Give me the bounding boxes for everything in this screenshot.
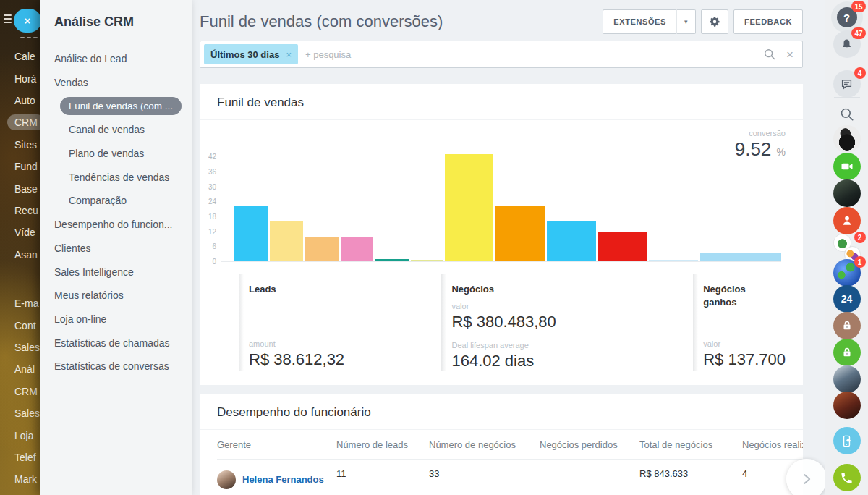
sidebar-item[interactable]: Asan bbox=[14, 244, 40, 266]
mobile-app-button[interactable] bbox=[833, 427, 861, 454]
conversion-label: conversão bbox=[735, 129, 786, 138]
stat-metric-label: valor bbox=[451, 302, 693, 310]
sidebar-item[interactable]: Telef bbox=[14, 447, 40, 468]
funnel-card-header: Funil de vendas bbox=[200, 84, 803, 120]
sidebar-item[interactable]: Cale bbox=[14, 46, 40, 67]
sidebar-item[interactable]: Anál bbox=[14, 358, 40, 380]
app-sidebar: × CaleHoráAutoCRMSitesFundBaseRecuVídeAs… bbox=[0, 0, 40, 495]
chat-avatar-logo[interactable] bbox=[833, 125, 861, 153]
menu-item[interactable]: Vendas bbox=[54, 71, 192, 95]
menu-item[interactable]: Estatísticas de conversas bbox=[54, 355, 192, 378]
sidebar-item[interactable]: Recu bbox=[14, 200, 40, 221]
bitrix24-chat[interactable]: 24 bbox=[833, 285, 861, 313]
sidebar-item[interactable]: Mark bbox=[14, 468, 40, 490]
avatar bbox=[833, 392, 861, 419]
stat-section: LeadsamountR$ 38.612,32 bbox=[239, 274, 441, 371]
menu-item[interactable]: Comparação bbox=[54, 189, 192, 213]
chat-avatar-man[interactable] bbox=[833, 365, 861, 393]
sidebar-item[interactable]: Cont bbox=[14, 314, 40, 336]
sidebar-item[interactable]: Horá bbox=[14, 67, 40, 89]
sidebar-item[interactable]: Sites bbox=[14, 134, 40, 156]
sidebar-item[interactable]: Base bbox=[14, 177, 40, 199]
video-call-button[interactable] bbox=[833, 153, 861, 180]
lock-icon bbox=[841, 319, 854, 332]
funnel-bar[interactable] bbox=[700, 253, 781, 261]
y-axis-tick: 30 bbox=[202, 183, 216, 191]
rail-divider bbox=[834, 97, 860, 98]
menu-icon[interactable] bbox=[4, 14, 13, 25]
funnel-bar[interactable] bbox=[305, 237, 339, 261]
lock-icon bbox=[841, 346, 854, 359]
funnel-bar[interactable] bbox=[270, 221, 303, 261]
menu-item-label: Análise do Lead bbox=[54, 53, 127, 64]
y-axis-tick: 42 bbox=[202, 153, 216, 161]
filter-search-bar[interactable]: Últimos 30 dias × + pesquisa × bbox=[200, 41, 803, 68]
manager-link[interactable]: Helena Fernandos bbox=[242, 474, 324, 485]
sidebar-item-label: E-ma bbox=[14, 297, 38, 309]
sidebar-item-label: Víde bbox=[14, 227, 35, 238]
phone-button[interactable] bbox=[833, 464, 861, 491]
notification-badge: 15 bbox=[851, 1, 865, 12]
menu-item[interactable]: Análise do Lead bbox=[54, 47, 192, 71]
sidebar-item-label: Sales bbox=[14, 342, 40, 353]
avatar bbox=[833, 125, 861, 153]
menu-item[interactable]: Canal de vendas bbox=[54, 118, 192, 142]
menu-item[interactable]: Tendências de vendas bbox=[54, 165, 192, 189]
sidebar-item[interactable]: Loja bbox=[14, 424, 40, 446]
funnel-bar[interactable] bbox=[598, 232, 647, 261]
sidebar-item[interactable]: Víde bbox=[14, 221, 40, 243]
funnel-bar[interactable] bbox=[547, 221, 596, 261]
menu-close-button[interactable]: × bbox=[14, 9, 40, 33]
extensions-dropdown-button[interactable]: ▾ bbox=[676, 9, 696, 34]
contact-button[interactable] bbox=[833, 207, 861, 234]
menu-item[interactable]: Clientes bbox=[54, 237, 192, 261]
column-header: Negócios realizado bbox=[742, 430, 803, 460]
avatar bbox=[833, 179, 861, 207]
extensions-button[interactable]: EXTENSÕES bbox=[603, 9, 676, 34]
funnel-bar[interactable] bbox=[411, 260, 443, 261]
menu-item[interactable]: Sales Intelligence bbox=[54, 260, 192, 284]
menu-item[interactable]: Funil de vendas (com ... bbox=[54, 94, 192, 118]
feedback-button[interactable]: FEEDBACK bbox=[733, 9, 803, 34]
sidebar-item[interactable]: Fund bbox=[14, 156, 40, 177]
sidebar-item-label: Loja bbox=[14, 430, 33, 441]
settings-button[interactable] bbox=[701, 9, 728, 34]
mobile-phone-icon bbox=[840, 434, 854, 448]
sidebar-item[interactable]: Sales bbox=[14, 337, 40, 358]
notifications-button[interactable]: 47 bbox=[833, 30, 861, 58]
scroll-right-button[interactable] bbox=[786, 459, 827, 495]
remove-tag-icon[interactable]: × bbox=[286, 49, 292, 60]
sidebar-item[interactable]: CRM bbox=[14, 381, 40, 402]
private-chat-green[interactable] bbox=[833, 339, 861, 366]
private-chat-brown[interactable] bbox=[833, 312, 861, 339]
filter-tag[interactable]: Últimos 30 dias × bbox=[204, 44, 298, 64]
y-axis-tick: 12 bbox=[202, 228, 216, 236]
menu-item[interactable]: Meus relatórios bbox=[54, 284, 192, 308]
clear-filter-icon[interactable]: × bbox=[786, 48, 793, 61]
stat-metric-value: 164.02 dias bbox=[451, 352, 693, 371]
sidebar-item[interactable]: Auto bbox=[14, 90, 40, 111]
chat-avatar-woman[interactable] bbox=[833, 392, 861, 419]
menu-item[interactable]: Plano de vendas bbox=[54, 142, 192, 166]
funnel-bar[interactable] bbox=[341, 237, 373, 261]
menu-item[interactable]: Desempenho do funcion... bbox=[54, 213, 192, 237]
funnel-bar[interactable] bbox=[649, 260, 698, 261]
funnel-bar[interactable] bbox=[375, 259, 408, 261]
chat-avatar-user[interactable] bbox=[833, 179, 861, 207]
funnel-bar[interactable] bbox=[234, 206, 268, 261]
main-content: Funil de vendas (com conversões) EXTENSÕ… bbox=[192, 0, 825, 495]
chat-avatar-globe[interactable]: 1 bbox=[833, 259, 861, 287]
menu-item[interactable]: Loja on-line bbox=[54, 308, 192, 331]
sidebar-item[interactable]: E-ma bbox=[14, 292, 40, 314]
chat-button[interactable]: 4 bbox=[833, 70, 861, 98]
y-axis-tick: 0 bbox=[202, 258, 216, 266]
sidebar-item[interactable]: Sales bbox=[14, 402, 40, 424]
menu-item[interactable]: Estatísticas de chamadas bbox=[54, 331, 192, 355]
search-icon[interactable] bbox=[763, 48, 776, 61]
funnel-bar[interactable] bbox=[495, 206, 545, 261]
search-button[interactable] bbox=[833, 101, 861, 128]
sidebar-item[interactable]: CRM bbox=[14, 111, 40, 133]
page-header: Funil de vendas (com conversões) EXTENSÕ… bbox=[200, 0, 803, 41]
funnel-bar[interactable] bbox=[445, 154, 494, 261]
extensions-button-group: EXTENSÕES ▾ bbox=[603, 9, 696, 34]
